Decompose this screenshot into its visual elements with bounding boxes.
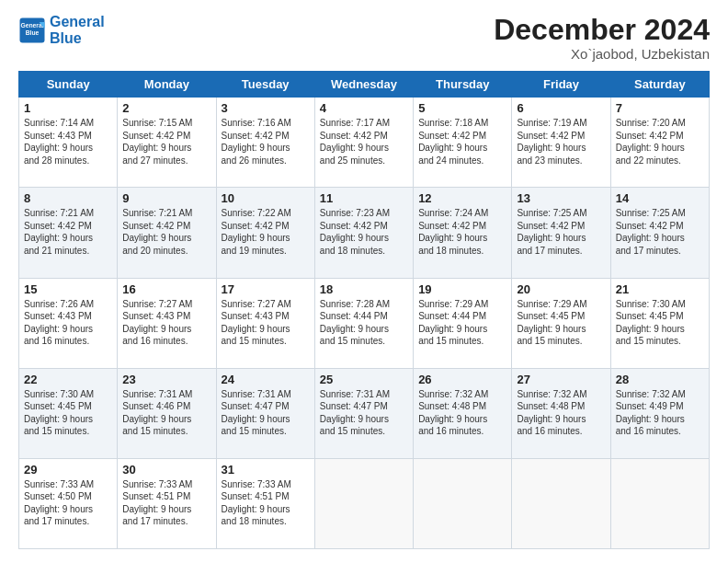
day-number: 23 <box>122 373 210 386</box>
calendar: SundayMondayTuesdayWednesdayThursdayFrid… <box>18 71 710 549</box>
day-info: Sunrise: 7:24 AM Sunset: 4:42 PM Dayligh… <box>418 207 506 257</box>
day-number: 16 <box>122 282 210 296</box>
day-number: 10 <box>222 191 310 205</box>
header-thursday: Thursday <box>414 72 512 98</box>
header-monday: Monday <box>118 72 216 98</box>
day-number: 7 <box>616 101 704 115</box>
calendar-cell: 19Sunrise: 7:29 AM Sunset: 4:44 PM Dayli… <box>414 278 512 368</box>
calendar-cell <box>314 458 413 548</box>
day-number: 6 <box>517 101 605 115</box>
logo-icon: General Blue <box>18 17 46 44</box>
header-sunday: Sunday <box>19 72 118 98</box>
day-number: 31 <box>222 463 310 477</box>
day-info: Sunrise: 7:33 AM Sunset: 4:50 PM Dayligh… <box>24 478 112 528</box>
day-number: 17 <box>222 282 310 296</box>
day-info: Sunrise: 7:20 AM Sunset: 4:42 PM Dayligh… <box>616 117 704 167</box>
day-number: 5 <box>418 101 506 115</box>
day-number: 20 <box>517 282 605 296</box>
calendar-cell: 10Sunrise: 7:22 AM Sunset: 4:42 PM Dayli… <box>216 188 314 278</box>
day-number: 27 <box>517 373 605 386</box>
calendar-cell: 13Sunrise: 7:25 AM Sunset: 4:42 PM Dayli… <box>512 188 610 278</box>
day-number: 29 <box>24 463 112 477</box>
day-info: Sunrise: 7:32 AM Sunset: 4:48 PM Dayligh… <box>517 388 605 438</box>
day-info: Sunrise: 7:28 AM Sunset: 4:44 PM Dayligh… <box>320 298 408 348</box>
day-number: 15 <box>24 282 112 296</box>
day-number: 13 <box>517 191 605 205</box>
day-info: Sunrise: 7:32 AM Sunset: 4:48 PM Dayligh… <box>418 388 506 438</box>
day-number: 24 <box>222 373 310 386</box>
calendar-cell: 31Sunrise: 7:33 AM Sunset: 4:51 PM Dayli… <box>216 458 314 548</box>
day-info: Sunrise: 7:21 AM Sunset: 4:42 PM Dayligh… <box>122 207 210 257</box>
month-title: December 2024 <box>494 14 710 46</box>
day-info: Sunrise: 7:15 AM Sunset: 4:42 PM Dayligh… <box>122 117 210 167</box>
day-info: Sunrise: 7:33 AM Sunset: 4:51 PM Dayligh… <box>222 478 310 528</box>
day-info: Sunrise: 7:14 AM Sunset: 4:43 PM Dayligh… <box>24 117 112 167</box>
day-number: 25 <box>320 373 408 386</box>
day-info: Sunrise: 7:17 AM Sunset: 4:42 PM Dayligh… <box>320 117 408 167</box>
calendar-cell: 4Sunrise: 7:17 AM Sunset: 4:42 PM Daylig… <box>314 98 413 188</box>
day-info: Sunrise: 7:27 AM Sunset: 4:43 PM Dayligh… <box>122 298 210 348</box>
calendar-cell: 15Sunrise: 7:26 AM Sunset: 4:43 PM Dayli… <box>19 278 118 368</box>
header-saturday: Saturday <box>610 72 709 98</box>
day-info: Sunrise: 7:31 AM Sunset: 4:47 PM Dayligh… <box>320 388 408 438</box>
calendar-cell: 9Sunrise: 7:21 AM Sunset: 4:42 PM Daylig… <box>118 188 216 278</box>
page: General Blue General Blue December 2024 … <box>0 0 728 563</box>
day-number: 3 <box>222 101 310 115</box>
week-row-4: 22Sunrise: 7:30 AM Sunset: 4:45 PM Dayli… <box>19 368 710 458</box>
day-info: Sunrise: 7:26 AM Sunset: 4:43 PM Dayligh… <box>24 298 112 348</box>
calendar-cell: 23Sunrise: 7:31 AM Sunset: 4:46 PM Dayli… <box>118 368 216 458</box>
week-row-1: 1Sunrise: 7:14 AM Sunset: 4:43 PM Daylig… <box>19 98 710 188</box>
day-info: Sunrise: 7:21 AM Sunset: 4:42 PM Dayligh… <box>24 207 112 257</box>
calendar-cell: 18Sunrise: 7:28 AM Sunset: 4:44 PM Dayli… <box>314 278 413 368</box>
day-info: Sunrise: 7:23 AM Sunset: 4:42 PM Dayligh… <box>320 207 408 257</box>
calendar-cell: 11Sunrise: 7:23 AM Sunset: 4:42 PM Dayli… <box>314 188 413 278</box>
calendar-cell: 1Sunrise: 7:14 AM Sunset: 4:43 PM Daylig… <box>19 98 118 188</box>
calendar-cell: 7Sunrise: 7:20 AM Sunset: 4:42 PM Daylig… <box>610 98 709 188</box>
calendar-cell: 14Sunrise: 7:25 AM Sunset: 4:42 PM Dayli… <box>610 188 709 278</box>
logo: General Blue General Blue <box>18 14 105 46</box>
location: Xo`jaobod, Uzbekistan <box>494 46 710 62</box>
title-block: December 2024 Xo`jaobod, Uzbekistan <box>494 14 710 62</box>
calendar-cell: 22Sunrise: 7:30 AM Sunset: 4:45 PM Dayli… <box>19 368 118 458</box>
day-number: 9 <box>122 191 210 205</box>
day-info: Sunrise: 7:25 AM Sunset: 4:42 PM Dayligh… <box>616 207 704 257</box>
day-info: Sunrise: 7:30 AM Sunset: 4:45 PM Dayligh… <box>24 388 112 438</box>
day-number: 28 <box>616 373 704 386</box>
day-info: Sunrise: 7:16 AM Sunset: 4:42 PM Dayligh… <box>222 117 310 167</box>
calendar-cell: 17Sunrise: 7:27 AM Sunset: 4:43 PM Dayli… <box>216 278 314 368</box>
day-info: Sunrise: 7:25 AM Sunset: 4:42 PM Dayligh… <box>517 207 605 257</box>
header-wednesday: Wednesday <box>314 72 413 98</box>
day-info: Sunrise: 7:31 AM Sunset: 4:46 PM Dayligh… <box>122 388 210 438</box>
day-number: 22 <box>24 373 112 386</box>
day-number: 21 <box>616 282 704 296</box>
day-info: Sunrise: 7:31 AM Sunset: 4:47 PM Dayligh… <box>222 388 310 438</box>
calendar-cell: 29Sunrise: 7:33 AM Sunset: 4:50 PM Dayli… <box>19 458 118 548</box>
calendar-cell: 21Sunrise: 7:30 AM Sunset: 4:45 PM Dayli… <box>610 278 709 368</box>
day-info: Sunrise: 7:19 AM Sunset: 4:42 PM Dayligh… <box>517 117 605 167</box>
calendar-cell: 2Sunrise: 7:15 AM Sunset: 4:42 PM Daylig… <box>118 98 216 188</box>
header: General Blue General Blue December 2024 … <box>18 14 710 62</box>
calendar-cell: 26Sunrise: 7:32 AM Sunset: 4:48 PM Dayli… <box>414 368 512 458</box>
day-number: 14 <box>616 191 704 205</box>
calendar-header-row: SundayMondayTuesdayWednesdayThursdayFrid… <box>19 72 710 98</box>
day-number: 8 <box>24 191 112 205</box>
calendar-cell <box>512 458 610 548</box>
week-row-5: 29Sunrise: 7:33 AM Sunset: 4:50 PM Dayli… <box>19 458 710 548</box>
week-row-3: 15Sunrise: 7:26 AM Sunset: 4:43 PM Dayli… <box>19 278 710 368</box>
day-info: Sunrise: 7:30 AM Sunset: 4:45 PM Dayligh… <box>616 298 704 348</box>
calendar-cell <box>610 458 709 548</box>
day-number: 19 <box>418 282 506 296</box>
day-info: Sunrise: 7:22 AM Sunset: 4:42 PM Dayligh… <box>222 207 310 257</box>
header-tuesday: Tuesday <box>216 72 314 98</box>
day-info: Sunrise: 7:32 AM Sunset: 4:49 PM Dayligh… <box>616 388 704 438</box>
day-number: 30 <box>122 463 210 477</box>
calendar-cell: 3Sunrise: 7:16 AM Sunset: 4:42 PM Daylig… <box>216 98 314 188</box>
calendar-cell: 27Sunrise: 7:32 AM Sunset: 4:48 PM Dayli… <box>512 368 610 458</box>
day-number: 12 <box>418 191 506 205</box>
svg-text:Blue: Blue <box>26 29 40 36</box>
calendar-cell: 6Sunrise: 7:19 AM Sunset: 4:42 PM Daylig… <box>512 98 610 188</box>
calendar-cell: 16Sunrise: 7:27 AM Sunset: 4:43 PM Dayli… <box>118 278 216 368</box>
day-info: Sunrise: 7:29 AM Sunset: 4:45 PM Dayligh… <box>517 298 605 348</box>
day-number: 4 <box>320 101 408 115</box>
day-number: 26 <box>418 373 506 386</box>
